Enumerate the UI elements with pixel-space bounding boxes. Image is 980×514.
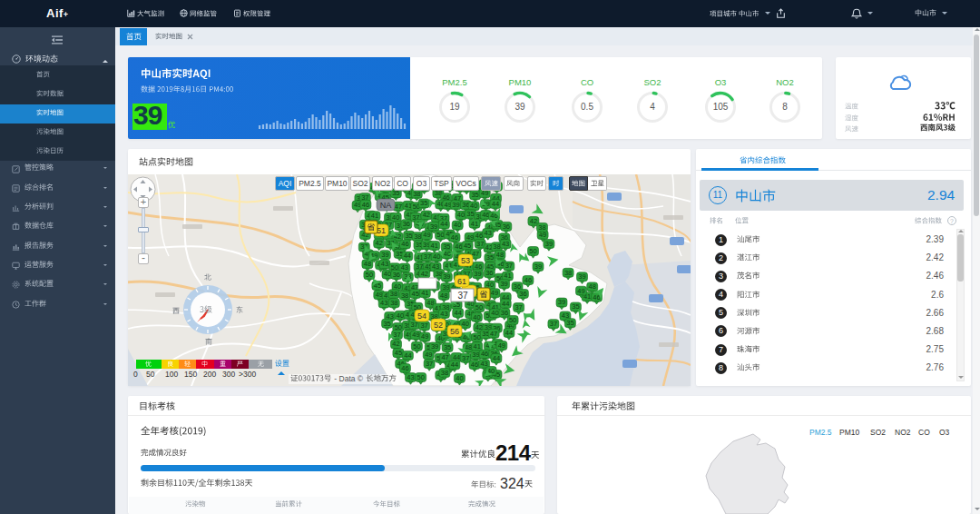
svg-text:50: 50: [417, 373, 425, 381]
svg-text:47: 47: [472, 250, 479, 258]
svg-text:54: 54: [417, 311, 426, 321]
svg-text:35: 35: [405, 232, 412, 240]
svg-text:43: 43: [407, 373, 414, 381]
svg-text:38: 38: [390, 290, 397, 298]
svg-text:44: 44: [455, 309, 462, 317]
svg-text:49: 49: [412, 331, 419, 339]
svg-text:50: 50: [475, 303, 483, 311]
svg-text:40: 40: [392, 213, 399, 222]
svg-text:61: 61: [457, 277, 466, 286]
svg-text:50: 50: [509, 316, 516, 324]
svg-text:41: 41: [371, 212, 378, 220]
svg-text:48: 48: [496, 251, 504, 259]
svg-text:47: 47: [441, 353, 448, 361]
svg-text:46: 46: [451, 233, 458, 242]
svg-text:50: 50: [529, 247, 536, 255]
svg-text:37: 37: [457, 291, 468, 301]
svg-text:50: 50: [366, 271, 373, 279]
svg-text:43: 43: [401, 263, 408, 272]
svg-text:NA: NA: [380, 201, 392, 210]
svg-text:44: 44: [505, 329, 513, 337]
svg-text:37: 37: [550, 320, 557, 328]
svg-text:38: 38: [414, 232, 421, 241]
svg-text:39: 39: [474, 270, 481, 278]
svg-text:43: 43: [381, 260, 388, 268]
svg-text:38: 38: [564, 269, 572, 277]
svg-text:39: 39: [500, 280, 507, 288]
svg-text:46: 46: [455, 242, 462, 251]
svg-text:52: 52: [434, 321, 443, 330]
svg-text:42: 42: [530, 217, 537, 225]
svg-text:45: 45: [395, 349, 402, 357]
svg-text:36: 36: [403, 220, 410, 228]
svg-text:38: 38: [401, 292, 408, 300]
svg-text:35: 35: [420, 199, 427, 207]
svg-text:38: 38: [413, 190, 420, 198]
svg-text:35: 35: [383, 320, 390, 328]
svg-text:37: 37: [420, 321, 427, 330]
svg-text:45: 45: [464, 242, 471, 250]
svg-text:35: 35: [572, 302, 579, 311]
svg-text:47: 47: [490, 330, 497, 338]
svg-text:36: 36: [485, 269, 493, 277]
svg-text:37: 37: [424, 252, 431, 261]
svg-text:41: 41: [421, 289, 428, 297]
svg-text:41: 41: [504, 272, 511, 280]
svg-text:37: 37: [462, 354, 469, 362]
svg-text:42: 42: [421, 270, 428, 278]
svg-text:49: 49: [577, 287, 584, 295]
svg-text:46: 46: [524, 276, 532, 284]
svg-text:38: 38: [390, 299, 397, 307]
svg-text:38: 38: [538, 223, 545, 232]
svg-text:46: 46: [401, 364, 408, 372]
svg-text:39: 39: [443, 272, 450, 281]
svg-text:37: 37: [410, 321, 417, 329]
svg-text:40: 40: [491, 309, 498, 317]
svg-text:49: 49: [498, 341, 505, 350]
svg-text:49: 49: [425, 351, 432, 359]
svg-text:41: 41: [431, 242, 438, 250]
svg-text:48: 48: [440, 292, 447, 300]
svg-text:50: 50: [436, 231, 444, 239]
svg-text:44: 44: [440, 220, 447, 228]
svg-text:39: 39: [452, 201, 459, 209]
svg-text:49: 49: [423, 231, 430, 239]
svg-text:40: 40: [473, 313, 480, 321]
svg-text:40: 40: [397, 311, 404, 320]
svg-text:43: 43: [380, 299, 387, 307]
svg-text:39: 39: [472, 351, 479, 359]
svg-text:42: 42: [423, 211, 430, 219]
svg-text:43: 43: [502, 240, 509, 248]
svg-text:39: 39: [534, 262, 542, 271]
svg-text:40: 40: [456, 374, 463, 382]
svg-text:48: 48: [364, 260, 371, 268]
svg-text:44: 44: [451, 361, 458, 369]
svg-text:50: 50: [413, 342, 420, 351]
svg-text:44: 44: [404, 252, 411, 260]
svg-text:46: 46: [362, 201, 369, 209]
svg-text:49: 49: [421, 332, 428, 341]
svg-text:36: 36: [501, 309, 508, 317]
svg-text:49: 49: [466, 233, 474, 242]
svg-text:39: 39: [430, 222, 437, 231]
svg-text:35: 35: [566, 319, 573, 327]
svg-text:40: 40: [457, 211, 465, 219]
svg-text:35: 35: [444, 343, 451, 351]
svg-text:44: 44: [502, 300, 509, 308]
svg-text:37: 37: [476, 240, 484, 248]
svg-text:44: 44: [492, 200, 499, 208]
svg-text:37: 37: [505, 262, 513, 270]
svg-text:42: 42: [376, 239, 383, 247]
svg-text:39: 39: [558, 298, 565, 306]
svg-text:35: 35: [486, 253, 494, 262]
svg-text:35: 35: [466, 210, 474, 218]
svg-text:39: 39: [381, 251, 388, 259]
svg-text:37: 37: [514, 303, 522, 311]
svg-text:40: 40: [454, 221, 461, 229]
svg-text:43: 43: [440, 310, 447, 318]
svg-text:39: 39: [578, 272, 585, 281]
svg-text:40: 40: [470, 202, 477, 210]
svg-text:40: 40: [462, 320, 469, 328]
svg-text:35: 35: [471, 191, 478, 199]
svg-text:53: 53: [461, 256, 470, 265]
